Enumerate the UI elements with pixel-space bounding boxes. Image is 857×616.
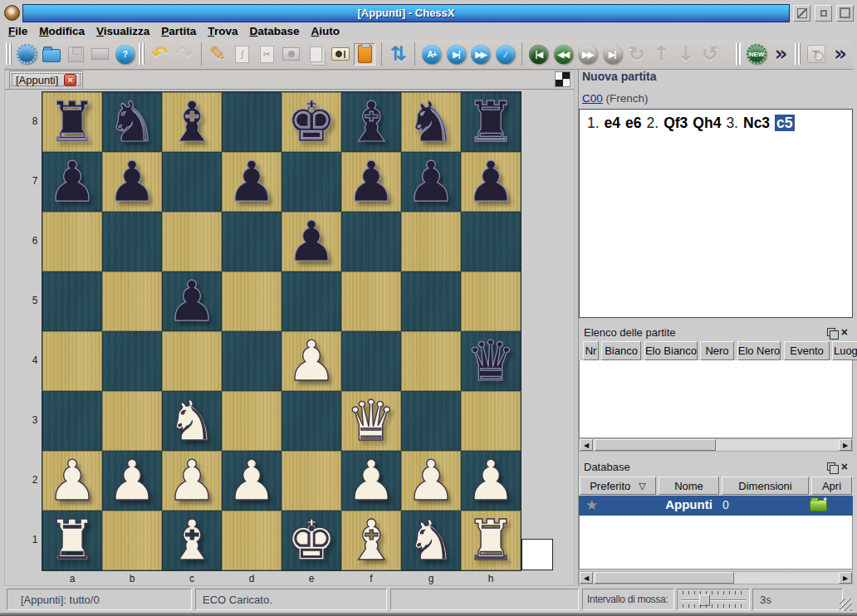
piece-black-rook-a8[interactable]: ♜ <box>42 92 102 152</box>
square-b7[interactable]: ♟ <box>102 152 162 212</box>
square-e4[interactable]: ♟ <box>282 331 341 391</box>
games-col-elo-bianco[interactable]: Elo Bianco <box>644 341 698 360</box>
square-g5[interactable] <box>401 271 461 331</box>
square-h8[interactable]: ♜ <box>461 92 521 152</box>
next-game-icon[interactable]: ↓ <box>675 43 696 66</box>
setup-board-icon[interactable] <box>281 43 301 66</box>
first-move-icon[interactable]: |◀ <box>528 43 549 66</box>
database-list[interactable] <box>579 516 853 570</box>
moves-panel[interactable]: 1.e4e62.Qf3Qh43.Nc3c5 <box>579 109 853 318</box>
square-f1[interactable]: ♝ <box>341 511 401 570</box>
square-a2[interactable]: ♟ <box>42 451 102 511</box>
square-b3[interactable] <box>102 391 162 451</box>
square-h1[interactable]: ♜ <box>461 511 521 570</box>
piece-white-pawn-c2[interactable]: ♟ <box>162 451 222 511</box>
app-icon[interactable] <box>4 5 20 21</box>
export-database-icon[interactable] <box>90 43 110 66</box>
piece-white-pawn-h2[interactable]: ♟ <box>461 451 521 511</box>
square-d4[interactable] <box>222 331 282 391</box>
piece-black-knight-g8[interactable]: ♞ <box>401 92 461 152</box>
square-f3[interactable]: ♛ <box>341 391 401 451</box>
favorite-star-icon[interactable]: ★ <box>585 496 598 513</box>
square-e5[interactable] <box>282 271 341 331</box>
move-token[interactable]: Nc3 <box>743 115 770 131</box>
piece-white-bishop-c1[interactable]: ♝ <box>162 511 222 570</box>
undo-icon[interactable]: ↶ <box>149 43 170 66</box>
db-scroll-thumb[interactable] <box>595 572 734 584</box>
square-e3[interactable] <box>282 391 341 451</box>
stop-play-icon[interactable]: ∕ <box>495 43 516 66</box>
window-shade-button[interactable] <box>793 5 810 22</box>
square-f5[interactable] <box>341 271 401 331</box>
new-game-icon[interactable]: NEW <box>746 43 766 66</box>
games-float-icon[interactable] <box>827 328 835 336</box>
piece-white-rook-a1[interactable]: ♜ <box>42 511 102 570</box>
piece-black-bishop-c8[interactable]: ♝ <box>162 92 222 152</box>
square-d5[interactable] <box>222 271 282 331</box>
square-c6[interactable] <box>162 212 222 271</box>
board-theme-icon[interactable] <box>555 71 571 87</box>
square-c2[interactable]: ♟ <box>162 451 222 511</box>
square-f7[interactable]: ♟ <box>341 152 401 212</box>
move-current[interactable]: c5 <box>775 115 794 131</box>
database-row-appunti[interactable]: ★ Appunti 0 <box>579 496 853 516</box>
piece-black-knight-b8[interactable]: ♞ <box>102 92 162 152</box>
piece-black-pawn-e6[interactable]: ♟ <box>282 212 341 271</box>
piece-black-bishop-f8[interactable]: ♝ <box>341 92 401 152</box>
square-e2[interactable] <box>282 451 341 511</box>
square-g4[interactable] <box>401 331 461 391</box>
piece-black-pawn-h7[interactable]: ♟ <box>461 152 521 212</box>
open-db-folder-icon[interactable] <box>810 500 827 511</box>
piece-black-pawn-b7[interactable]: ♟ <box>102 152 162 212</box>
move-token[interactable]: Qh4 <box>693 115 721 131</box>
square-f4[interactable] <box>341 331 401 391</box>
games-col-evento[interactable]: Evento <box>784 341 830 360</box>
db-float-icon[interactable] <box>827 462 835 471</box>
tab-appunti[interactable]: [Appunti] × <box>9 71 83 89</box>
db-close-icon[interactable]: × <box>841 462 848 472</box>
redo-icon[interactable]: ↷ <box>174 43 194 66</box>
square-a4[interactable] <box>42 331 102 391</box>
square-c8[interactable]: ♝ <box>162 92 222 152</box>
piece-black-pawn-c5[interactable]: ♟ <box>162 271 222 331</box>
window-maximize-button[interactable] <box>836 5 854 22</box>
piece-white-pawn-g2[interactable]: ♟ <box>401 451 461 511</box>
annotate-icon[interactable]: A+ <box>421 43 442 66</box>
square-a6[interactable] <box>42 212 102 271</box>
square-b4[interactable] <box>102 331 162 391</box>
games-scroll-right-icon[interactable]: ▶ <box>839 439 852 451</box>
refresh-icon[interactable]: ↺ <box>699 43 720 66</box>
square-d1[interactable] <box>222 511 282 570</box>
db-col-nome[interactable]: Nome <box>659 477 719 495</box>
square-d3[interactable] <box>222 391 282 451</box>
db-scroll-right-icon[interactable]: ▶ <box>839 572 852 584</box>
square-h7[interactable]: ♟ <box>461 152 521 212</box>
toolbar-handle[interactable] <box>6 43 12 65</box>
square-a3[interactable] <box>42 391 102 451</box>
tab-close-icon[interactable]: × <box>64 74 76 86</box>
menu-partita[interactable]: Partita <box>161 25 196 37</box>
square-d7[interactable]: ♟ <box>222 152 282 212</box>
piece-white-pawn-a2[interactable]: ♟ <box>42 451 102 511</box>
games-col-bianco[interactable]: Bianco <box>601 341 641 360</box>
move-token[interactable]: e4 <box>605 115 620 131</box>
piece-black-queen-h4[interactable]: ♛ <box>461 331 521 391</box>
next-move-icon[interactable]: ▶▶ <box>577 43 598 66</box>
menu-file[interactable]: File <box>8 25 27 37</box>
db-col-preferito[interactable]: Preferito ▽ <box>580 477 656 495</box>
square-e1[interactable]: ♚ <box>282 511 341 570</box>
square-a5[interactable] <box>42 271 102 331</box>
games-close-icon[interactable]: × <box>841 327 848 337</box>
square-c7[interactable] <box>162 152 222 212</box>
piece-black-pawn-d7[interactable]: ♟ <box>222 152 282 212</box>
square-c3[interactable]: ♞ <box>162 391 222 451</box>
piece-white-knight-c3[interactable]: ♞ <box>162 391 222 451</box>
last-move-icon[interactable]: ▶| <box>601 43 622 66</box>
eco-link[interactable]: C00 <box>582 92 603 105</box>
square-b2[interactable]: ♟ <box>102 451 162 511</box>
move-token[interactable]: e6 <box>625 115 641 131</box>
square-c1[interactable]: ♝ <box>162 511 222 570</box>
resize-grip[interactable] <box>840 599 852 611</box>
piece-black-king-e8[interactable]: ♚ <box>282 92 341 152</box>
menu-database[interactable]: Database <box>249 25 299 37</box>
